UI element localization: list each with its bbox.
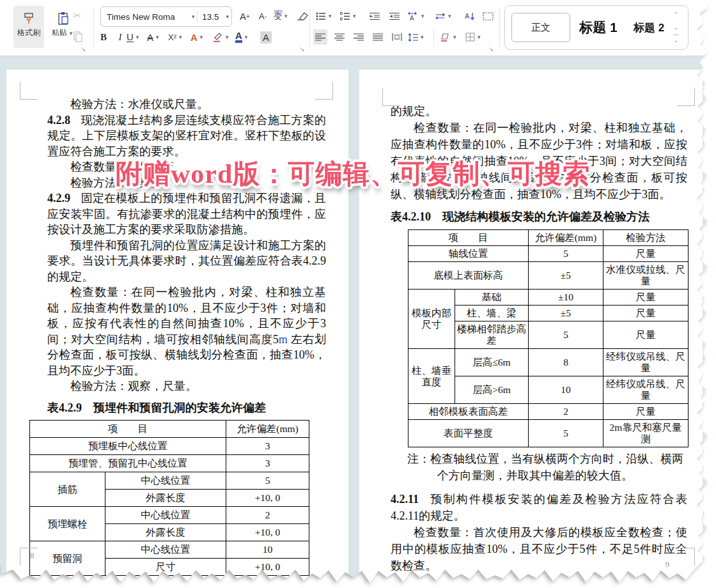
margin-mark [20, 548, 38, 566]
page-9[interactable]: 的规定。 检查数量：在同一检验批内，对梁、柱和独立基础，应抽查构件数量的10%，… [359, 70, 703, 588]
svg-text:A: A [465, 12, 470, 20]
align-center-button[interactable] [332, 29, 346, 45]
clause-4-2-8[interactable]: 4.2.8现浇混凝土结构多层连续支模应符合施工方案的规定。上下层模板支架的竖杆宜… [47, 112, 326, 160]
decrease-indent-button[interactable] [368, 8, 382, 24]
borders-button[interactable]: ▾ [465, 29, 483, 45]
strike-caret-icon: ▾ [153, 34, 162, 40]
font-name-caret-icon[interactable]: ▾ [189, 13, 198, 20]
grow-font-button[interactable]: A+ [238, 8, 252, 24]
gallery-down-icon[interactable]: ⌄ [674, 22, 679, 33]
paragraph[interactable]: 检查数量：全数检查。 [47, 159, 326, 175]
table-4-2-9-note[interactable]: 注：检查中心线位置时，沿纵、横两个方向量测，并取其中偏差的较大值。 [33, 579, 326, 588]
bullet-list-icon [316, 12, 326, 20]
shrink-font-button[interactable]: A- [256, 8, 270, 24]
highlight-caret-icon: ▾ [223, 34, 231, 40]
table-row: 模板内部尺寸基础±10尺量 [409, 290, 689, 306]
clipboard-dialog-launcher[interactable]: ↘ [81, 46, 86, 52]
margin-mark [677, 88, 695, 106]
table-4-2-9-title[interactable]: 表4.2.9 预埋件和预留孔洞的安装允许偏差 [47, 400, 326, 416]
group-separator [309, 8, 310, 47]
table-4-2-10-title[interactable]: 表4.2.10 现浇结构模板安装的允许偏差及检验方法 [391, 208, 687, 225]
character-scale-button[interactable]: A ▾ [408, 8, 427, 24]
justify-button[interactable] [371, 29, 385, 45]
distribute-button[interactable] [390, 29, 404, 45]
table-row: 底模上表面标高±5水准仪或拉线、尺量 [409, 262, 689, 290]
text-effects-button[interactable]: A▾ [191, 29, 205, 45]
text-direction-button[interactable]: ▾ [435, 8, 454, 24]
style-heading1[interactable]: 标题 1 [570, 13, 626, 42]
page-number: 9 [665, 559, 670, 569]
shading-button[interactable]: ▾ [440, 29, 459, 45]
highlight-button[interactable]: ▾ [212, 29, 231, 45]
group-separator [93, 8, 94, 47]
style-normal[interactable]: 正文 [511, 13, 570, 42]
font-size-caret-icon[interactable]: ▾ [223, 13, 231, 20]
margin-mark [677, 548, 695, 566]
clear-format-button[interactable] [295, 8, 309, 24]
font-color-button[interactable]: A▾ [235, 29, 250, 45]
table-row: 预埋管、预留孔中心线位置3 [30, 455, 309, 472]
clause-4-2-11[interactable]: 4.2.11预制构件模板安装的偏差及检验方法应符合表4.2.11的规定。 [391, 491, 687, 524]
bold-button[interactable]: B [97, 29, 111, 45]
char-shading-button[interactable]: A [259, 29, 273, 45]
font-dialog-launcher[interactable]: ↘ [299, 46, 304, 52]
paragraph[interactable]: 的规定。 [391, 103, 687, 120]
increase-indent-button[interactable] [387, 8, 401, 24]
italic-button[interactable]: I [113, 29, 127, 45]
gallery-arrows: ⌃ ⌄ ⌄ [673, 8, 681, 47]
numbered-list-button[interactable]: ▾ [340, 8, 359, 24]
highlighter-icon [212, 32, 223, 42]
phonetic-guide-button[interactable]: wén变 ▾ [274, 8, 290, 24]
table-4-2-11-title[interactable]: 表4.2.11 预制构件模板安装的允许偏差及检验方法 [391, 580, 687, 588]
show-marks-button[interactable] [481, 8, 495, 24]
style-heading2[interactable]: 标题 2 [626, 13, 671, 42]
paragraph[interactable]: 检验方法：观察。 [47, 175, 326, 191]
formatting-marks-icon [483, 12, 494, 20]
paragraph[interactable]: 检查数量：在同一检验批内，对梁、柱和独立基础，应抽查构件数量的10%，且不应少于… [391, 120, 687, 203]
ribbon-toolbar: 格式刷 粘贴▾ ✂ ↘ Times New Ro [0, 0, 716, 56]
borders-icon [465, 33, 475, 42]
paragraph[interactable]: 检查数量：首次使用及大修后的模板应全数检查；使用中的模板应抽查10%，且不应少于… [391, 524, 687, 574]
increase-indent-icon [389, 12, 400, 20]
font-name-select[interactable]: Times New Roma [101, 12, 189, 22]
paragraph[interactable]: 检验方法：观察，尺量。 [47, 378, 326, 394]
group-separator [499, 8, 500, 47]
align-left-button[interactable] [313, 29, 327, 45]
margin-mark [315, 82, 333, 100]
format-painter-icon [22, 12, 36, 26]
line-spacing-icon [408, 33, 418, 42]
align-right-button[interactable] [352, 29, 366, 45]
table-4-2-10-note[interactable]: 注：检查轴线位置，当有纵横两个方向时，沿纵、横两个方向量测，并取其中偏差的较大值… [407, 451, 687, 484]
svg-text:A: A [410, 15, 414, 21]
table-row: 表面平整度52m靠尺和塞尺量测 [409, 420, 689, 447]
strikethrough-button[interactable]: A▾ [147, 29, 162, 45]
line-spacing-button[interactable]: ▾ [408, 29, 426, 45]
copy-button[interactable] [73, 31, 83, 45]
scissors-icon: ✂ [73, 10, 81, 21]
gallery-up-icon[interactable]: ⌃ [674, 10, 679, 20]
sort-button[interactable]: A [463, 8, 477, 24]
underline-button[interactable]: U▾ [127, 29, 141, 45]
font-size-select[interactable]: 13.5 [198, 12, 223, 22]
eraser-icon [297, 12, 308, 20]
text-direction-icon [435, 12, 446, 20]
superscript-button[interactable]: X²▾ [168, 29, 185, 45]
launcher-icon: ↘ [299, 45, 304, 52]
align-left-icon [315, 33, 325, 41]
paragraph[interactable]: 检验方法：水准仪或尺量。 [47, 97, 326, 112]
gallery-more-icon[interactable]: ⌄ [674, 35, 679, 45]
font-color-caret-icon: ▾ [242, 34, 251, 40]
page-8[interactable]: 检验方法：水准仪或尺量。 4.2.8现浇混凝土结构多层连续支模应符合施工方案的规… [6, 70, 348, 588]
style-gallery: 正文 标题 1 标题 2 ⌃ ⌄ ⌄ [504, 5, 689, 50]
character-scale-icon: A [408, 12, 419, 21]
paragraph[interactable]: 预埋件和预留孔洞的位置应满足设计和施工方案的要求。当设计无具体要求时，其位置偏差… [47, 238, 326, 285]
bullet-list-button[interactable]: ▾ [316, 8, 334, 24]
clause-4-2-9[interactable]: 4.2.9固定在模板上的预埋件和预留孔洞不得遗漏，且应安装牢固。有抗渗要求的混凝… [47, 190, 326, 238]
page-number: 8 [30, 550, 35, 561]
paragraph-dialog-launcher[interactable]: ↘ [488, 46, 494, 52]
table-4-2-9: 项 目允许偏差(mm) 预埋板中心线位置3 预埋管、预留孔中心线位置3 插筋中心… [29, 420, 309, 576]
paragraph[interactable]: 检查数量：在同一检验批内，对梁、柱和独立基础，应抽查构件数量的10%，且不应少于… [47, 284, 326, 378]
document-canvas: 检验方法：水准仪或尺量。 4.2.8现浇混凝土结构多层连续支模应符合施工方案的规… [0, 56, 716, 588]
cut-button[interactable]: ✂ [73, 10, 81, 22]
format-painter-button[interactable]: 格式刷 [13, 6, 44, 48]
